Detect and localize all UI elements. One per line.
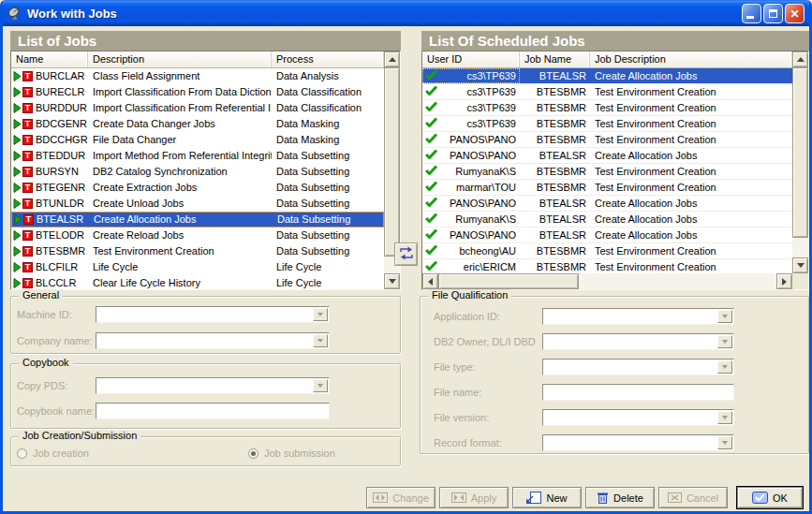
column-header-description[interactable]: Description	[88, 51, 272, 67]
scheduled-job-row[interactable]: cs3\TP639BTESBMRTest Environment Creatio…	[422, 84, 792, 100]
copy-pds-combobox[interactable]	[96, 377, 330, 394]
job-row[interactable]: TBTUNLDRCreate Unload JobsData Subsettin…	[11, 196, 384, 212]
scroll-left-button[interactable]	[422, 273, 438, 289]
db2-owner-dbd-combobox[interactable]	[542, 333, 734, 350]
scroll-down-button[interactable]	[792, 257, 808, 273]
job-row[interactable]: TBTEALSRCreate Allocation JobsData Subse…	[11, 212, 384, 228]
job-row[interactable]: TBURECLRImport Classification From Data …	[11, 84, 384, 100]
scheduled-job-row[interactable]: RumyanaK\SBTEALSRCreate Allocation Jobs	[422, 212, 792, 228]
machine-id-combobox[interactable]	[96, 306, 330, 323]
scheduled-job-description: Test Environment Creation	[590, 116, 792, 131]
job-row[interactable]: TBLCFILRLife CycleLife Cycle	[11, 259, 384, 275]
scrollbar-thumb[interactable]	[792, 67, 808, 238]
minimize-button[interactable]	[742, 4, 761, 23]
job-row[interactable]: TBURDDURImport Classification From Refer…	[11, 100, 384, 116]
company-name-combobox[interactable]	[96, 332, 330, 349]
copy-pds-input[interactable]	[97, 379, 313, 392]
chevron-down-icon[interactable]	[313, 308, 328, 321]
application-id-combobox[interactable]	[542, 308, 734, 325]
scheduled-job-name: BTEALSR	[520, 228, 590, 242]
file-version-combobox[interactable]	[542, 409, 734, 426]
scroll-down-button[interactable]	[384, 273, 400, 289]
job-row[interactable]: TBURCLARClass Field AssignmentData Analy…	[11, 68, 384, 84]
scheduled-job-row[interactable]: cs3\TP639BTEALSRCreate Allocation Jobs	[422, 68, 792, 84]
column-header-job-name[interactable]: Job Name	[520, 51, 590, 67]
job-description: Create Data Changer Jobs	[88, 116, 272, 132]
job-name: BURCLAR	[36, 68, 85, 84]
file-type-input[interactable]	[544, 360, 717, 374]
chevron-down-icon[interactable]	[717, 360, 732, 374]
copybook-name-input[interactable]	[96, 403, 330, 419]
application-id-input[interactable]	[544, 310, 717, 323]
scheduled-job-row[interactable]: eric\ERICMBTESBMRTest Environment Creati…	[422, 259, 792, 273]
job-row[interactable]: TBURSYNDB2 Catalog SynchronizationData S…	[11, 164, 384, 180]
job-description: Create Extraction Jobs	[88, 180, 272, 196]
scheduled-list-horizontal-scrollbar[interactable]	[422, 273, 792, 289]
machine-id-input[interactable]	[97, 308, 313, 321]
job-row[interactable]: TBLCCLRClear Life Cycle HistoryLife Cycl…	[11, 275, 384, 289]
file-type-combobox[interactable]	[542, 359, 734, 375]
scheduled-job-row[interactable]: PANOS\PANOBTEALSRCreate Allocation Jobs	[422, 148, 792, 164]
job-row[interactable]: TBDCCHGRFile Data ChangerData Masking	[11, 132, 384, 148]
file-version-input[interactable]	[544, 411, 717, 424]
job-type-icon: T	[13, 119, 33, 129]
job-creation-group: Job Creation/Submission Job creationJob …	[10, 436, 401, 466]
job-type-icon: T	[13, 278, 33, 288]
user-id: cs3\TP639	[466, 100, 516, 115]
column-header-job-description[interactable]: Job Description	[590, 51, 792, 67]
check-icon	[425, 68, 437, 83]
scheduled-job-name: BTESBMR	[520, 84, 590, 99]
job-row[interactable]: TBTELODRCreate Reload JobsData Subsettin…	[11, 228, 384, 243]
scheduled-job-row[interactable]: marmar\TOUBTESBMRTest Environment Creati…	[422, 180, 792, 196]
chevron-down-icon[interactable]	[313, 379, 328, 392]
scroll-up-button[interactable]	[792, 51, 808, 67]
company-name-input[interactable]	[97, 334, 313, 347]
column-header-user-id[interactable]: User ID	[422, 51, 520, 67]
user-id: bcheong\AU	[459, 243, 516, 258]
maximize-button[interactable]	[763, 4, 783, 23]
job-description: Class Field Assignment	[88, 68, 272, 84]
chevron-down-icon[interactable]	[717, 310, 732, 323]
column-header-name[interactable]: Name	[11, 51, 88, 67]
scroll-up-button[interactable]	[384, 51, 400, 67]
scheduled-job-row[interactable]: PANOS\PANOBTEALSRCreate Allocation Jobs	[422, 228, 792, 243]
ok-button[interactable]: OK	[737, 487, 803, 508]
title-bar: Work with Jobs ✕	[0, 0, 812, 26]
scrollbar-thumb[interactable]	[384, 67, 400, 257]
scroll-right-button[interactable]	[776, 273, 792, 289]
scheduled-list-vertical-scrollbar[interactable]	[792, 51, 808, 273]
new-button[interactable]: New	[512, 487, 582, 508]
record-format-input[interactable]	[544, 436, 717, 449]
scheduled-job-row[interactable]: cs3\TP639BTESBMRTest Environment Creatio…	[422, 116, 792, 132]
scheduled-job-name: BTESBMR	[520, 243, 590, 258]
arrow-down-icon	[389, 279, 396, 284]
check-icon	[425, 100, 437, 115]
chevron-down-icon[interactable]	[717, 411, 732, 424]
close-button[interactable]: ✕	[785, 4, 805, 23]
job-row[interactable]: TBTESBMRTest Environment CreationData Su…	[11, 243, 384, 259]
job-row[interactable]: TBTEDDURImport Method From Referential I…	[11, 148, 384, 164]
record-format-combobox[interactable]	[542, 434, 734, 451]
delete-button[interactable]: Delete	[585, 487, 655, 508]
scheduled-job-row[interactable]: RumyanaK\SBTESBMRTest Environment Creati…	[422, 164, 792, 180]
chevron-down-icon[interactable]	[717, 335, 732, 348]
job-creation-radio: Job creation	[17, 448, 89, 459]
scheduled-job-row[interactable]: cs3\TP639BTESBMRTest Environment Creatio…	[422, 100, 792, 116]
chevron-down-icon[interactable]	[313, 334, 328, 347]
column-header-process[interactable]: Process	[272, 51, 384, 67]
scheduled-job-row[interactable]: PANOS\PANOBTESBMRTest Environment Creati…	[422, 132, 792, 148]
check-icon	[425, 180, 437, 195]
scheduled-job-row[interactable]: bcheong\AUBTESBMRTest Environment Creati…	[422, 243, 792, 259]
job-row[interactable]: TBTEGENRCreate Extraction JobsData Subse…	[11, 180, 384, 196]
scrollbar-thumb[interactable]	[438, 273, 579, 289]
transfer-job-button[interactable]	[394, 242, 418, 266]
scheduled-job-description: Test Environment Creation	[590, 243, 792, 258]
file-name-input[interactable]	[542, 384, 734, 401]
job-row[interactable]: TBDCGENRCreate Data Changer JobsData Mas…	[11, 116, 384, 132]
db2-owner-dbd-input[interactable]	[544, 335, 717, 348]
scheduled-job-name: BTESBMR	[520, 116, 590, 131]
chevron-down-icon[interactable]	[717, 436, 732, 449]
scheduled-job-row[interactable]: PANOS\PANOBTEALSRCreate Allocation Jobs	[422, 196, 792, 212]
file-type-label: File type:	[434, 361, 542, 373]
file-version-label: File version:	[434, 412, 542, 423]
